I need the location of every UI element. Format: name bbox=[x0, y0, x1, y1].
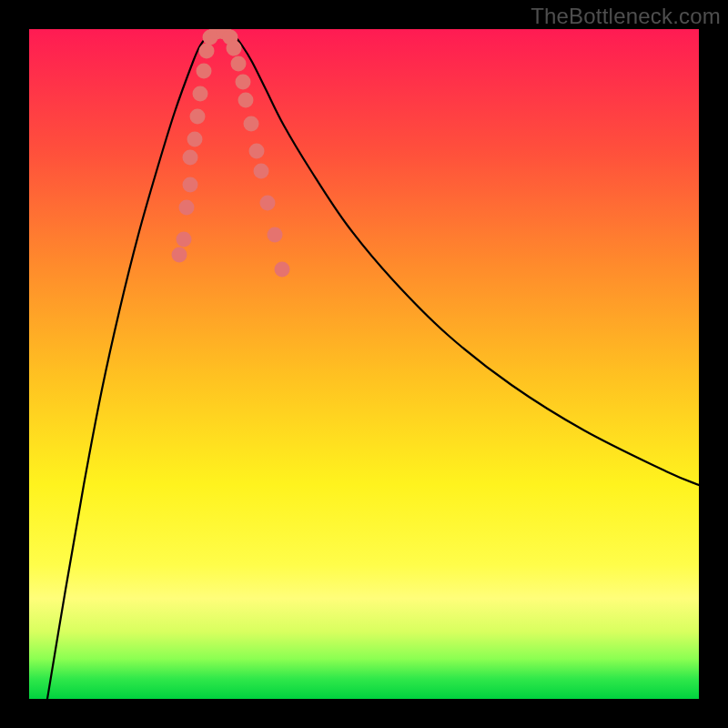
data-point bbox=[199, 44, 215, 59]
data-point bbox=[183, 150, 198, 166]
plot-area bbox=[29, 29, 699, 699]
data-point bbox=[236, 75, 251, 90]
data-point bbox=[193, 86, 208, 102]
data-point bbox=[187, 132, 203, 147]
data-dots bbox=[29, 29, 699, 699]
data-point bbox=[254, 164, 269, 179]
watermark-text: TheBottleneck.com bbox=[531, 4, 721, 29]
data-point bbox=[260, 196, 276, 211]
data-point bbox=[268, 228, 283, 243]
data-point bbox=[227, 41, 242, 56]
data-point bbox=[190, 109, 206, 125]
chart-frame: TheBottleneck.com bbox=[0, 0, 728, 728]
data-point bbox=[231, 56, 247, 72]
data-point bbox=[179, 200, 195, 216]
data-point bbox=[244, 116, 259, 132]
data-point bbox=[238, 93, 254, 108]
data-point bbox=[275, 262, 290, 278]
data-point bbox=[177, 232, 192, 248]
data-point bbox=[172, 248, 187, 263]
data-point bbox=[183, 177, 198, 193]
data-point bbox=[197, 64, 212, 79]
data-point bbox=[249, 144, 265, 159]
